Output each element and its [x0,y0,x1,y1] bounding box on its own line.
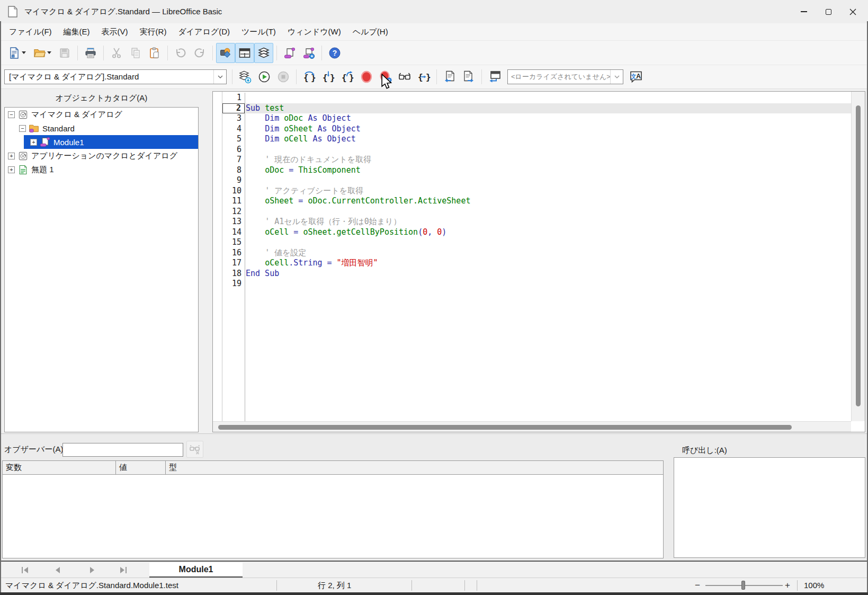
zoom-slider-handle[interactable] [741,581,745,590]
copy-button[interactable] [126,43,145,63]
line-number: 3 [222,113,245,124]
dropdown-arrow-icon[interactable] [610,70,623,84]
previous-module-button[interactable] [47,564,68,576]
paste-button[interactable] [145,43,164,63]
tree-expander[interactable]: + [8,153,15,159]
code-line[interactable]: Dim oDoc As Object [246,113,851,124]
watch-input[interactable] [62,443,183,457]
breakpoint-button[interactable] [357,67,376,87]
tree-expander[interactable]: − [19,125,26,132]
tree-item[interactable]: +Module1 [5,135,198,149]
scrollbar-thumb[interactable] [856,105,861,406]
code-line[interactable] [246,207,851,217]
code-line[interactable]: oCell = oSheet.getCellByPosition(0, 0) [246,227,851,238]
module-gear-icon [302,47,315,59]
watch-table[interactable]: 変数 値 型 [2,460,664,558]
maximize-button[interactable] [816,0,840,23]
compile-button[interactable] [236,67,255,87]
menu-file[interactable]: ファイル(F) [3,24,58,40]
code-line[interactable]: ' 値を設定 [246,248,851,259]
menu-run[interactable]: 実行(R) [134,24,173,40]
tree-item[interactable]: −マイマクロ & ダイアログ [5,108,198,121]
code-line[interactable]: oCell.String = "増田智明" [246,258,851,269]
first-module-button[interactable] [14,564,35,576]
tree-expander[interactable]: − [8,111,15,118]
objects-toggle-button[interactable] [216,43,235,63]
step-into-button[interactable]: {} [319,67,338,87]
menu-help[interactable]: ヘルプ(H) [347,24,394,40]
step-out-button[interactable]: {} [338,67,357,87]
menu-dialog[interactable]: ダイアログ(D) [172,24,236,40]
open-button[interactable] [30,43,55,63]
code-line[interactable] [246,175,851,186]
code-line[interactable]: oSheet = oDoc.CurrentController.ActiveSh… [246,196,851,207]
tree-expander[interactable]: + [30,139,37,146]
column-type[interactable]: 型 [166,461,663,474]
zoom-out-button[interactable]: − [695,578,700,593]
save-button[interactable] [55,43,74,63]
libraries-toggle-button[interactable] [254,43,273,63]
editor-vertical-scrollbar[interactable] [851,92,865,421]
undo-button[interactable] [171,43,190,63]
tree-item[interactable]: +アプリケーションのマクロとダイアログ [5,149,198,163]
code-line[interactable]: End Sub [246,269,851,279]
locale-select[interactable]: <ローカライズされていません> [507,69,623,84]
menu-tools[interactable]: ツール(T) [236,24,282,40]
code-line[interactable] [246,279,851,289]
last-module-button[interactable] [113,564,134,576]
close-icon [849,8,856,15]
zoom-in-button[interactable]: + [785,578,790,593]
menu-edit[interactable]: 編集(E) [58,24,96,40]
code-editor[interactable]: 12345678910111213141516171819 Sub test D… [212,91,865,432]
column-variable[interactable]: 変数 [3,461,116,474]
menu-view[interactable]: 表示(V) [96,24,134,40]
step-over-button[interactable]: {} [300,67,319,87]
dropdown-arrow-icon[interactable] [213,70,226,84]
find-parentheses-button[interactable]: {} [414,67,433,87]
enable-watch-button[interactable] [395,67,414,87]
call-stack-list[interactable] [674,457,865,558]
code-line[interactable]: Dim oSheet As Object [246,124,851,135]
help-button[interactable]: ? [325,43,344,63]
import-basic-button[interactable] [440,67,459,87]
export-basic-button[interactable] [459,67,478,87]
cut-button[interactable] [107,43,126,63]
code-lines[interactable]: Sub test Dim oDoc As Object Dim oSheet A… [246,93,851,289]
dialog-toggle-button[interactable] [235,43,254,63]
code-line[interactable] [246,145,851,155]
editor-horizontal-scrollbar[interactable] [213,421,851,432]
tree-item[interactable]: +無題 1 [5,163,198,176]
next-module-button[interactable] [82,564,103,576]
tree-expander[interactable]: + [8,166,15,173]
code-line[interactable] [246,237,851,248]
object-catalog-tree[interactable]: −マイマクロ & ダイアログ−Standard+Module1+アプリケーション… [4,107,199,432]
code-line[interactable]: oDoc = ThisComponent [246,165,851,176]
tree-item[interactable]: −Standard [5,121,198,135]
menu-window[interactable]: ウィンドウ(W) [282,24,347,40]
dropdown-arrow-icon[interactable] [22,51,26,54]
stop-button[interactable] [274,67,293,87]
basic-module-button[interactable] [280,43,299,63]
manage-language-button[interactable]: 文A [627,67,646,87]
code-line[interactable]: Dim oCell As Object [246,134,851,145]
minimize-button[interactable] [792,0,816,23]
import-dialog-button[interactable] [485,67,504,87]
redo-button[interactable] [190,43,209,63]
tab-module1[interactable]: Module1 [149,563,243,576]
code-line[interactable]: Sub test [246,103,851,114]
breakpoint-margin[interactable] [213,92,222,421]
library-select[interactable]: [マイマクロ & ダイアログ].Standard [4,69,227,84]
code-line[interactable]: ' 現在のドキュメントを取得 [246,155,851,165]
dropdown-arrow-icon[interactable] [47,51,51,54]
code-line[interactable] [246,93,851,103]
column-value[interactable]: 値 [116,461,166,474]
run-button[interactable] [255,67,274,87]
remove-watch-button[interactable] [186,441,203,458]
new-document-button[interactable] [4,43,30,63]
close-button[interactable] [840,0,865,23]
print-button[interactable] [81,43,100,63]
code-line[interactable]: ' A1セルを取得（行・列は0始まり） [246,217,851,227]
module-options-button[interactable] [299,43,318,63]
code-line[interactable]: ' アクティブシートを取得 [246,186,851,197]
scrollbar-thumb[interactable] [218,425,792,430]
